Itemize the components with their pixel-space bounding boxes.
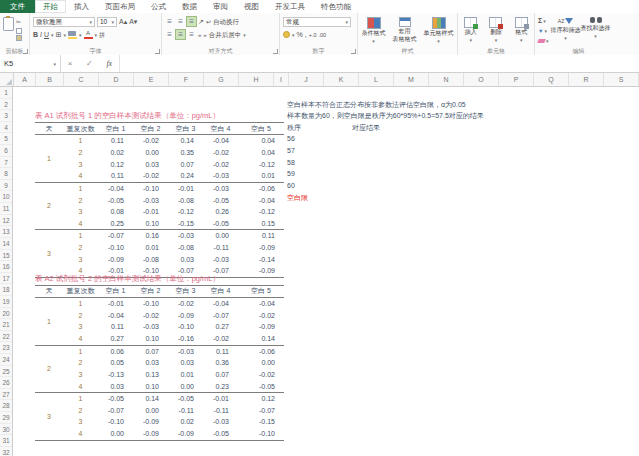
table-header-cell[interactable]: 空白 2 xyxy=(133,122,168,135)
row-header-32[interactable]: 32 xyxy=(0,447,12,456)
sort-filter-button[interactable]: AZ 排序和筛选 ▾ xyxy=(551,15,581,47)
blank-value-cell[interactable]: 0.14 xyxy=(168,135,203,147)
blank-value-cell[interactable]: -0.03 xyxy=(203,416,238,428)
shrink-font-icon[interactable]: A▾ xyxy=(129,17,137,27)
blank-value-cell[interactable]: -0.03 xyxy=(133,195,168,207)
blank-value-cell[interactable]: -0.06 xyxy=(238,345,284,357)
table-header-cell[interactable]: 空白 5 xyxy=(238,122,284,135)
row-header-26[interactable]: 26 xyxy=(0,377,12,389)
rank-cell[interactable]: 58 xyxy=(287,157,295,169)
column-header-Q[interactable]: Q xyxy=(534,73,569,86)
blank-value-cell[interactable]: -0.05 xyxy=(203,195,238,207)
formula-input[interactable] xyxy=(120,55,639,72)
row-header-25[interactable]: 25 xyxy=(0,366,12,378)
row-header-30[interactable]: 30 xyxy=(0,424,12,436)
blank-value-cell[interactable]: -0.01 xyxy=(203,393,238,405)
column-header-M[interactable]: M xyxy=(394,73,429,86)
repeat-count-cell[interactable]: 2 xyxy=(63,310,98,322)
accounting-format-icon[interactable] xyxy=(283,31,290,38)
repeat-count-cell[interactable]: 1 xyxy=(63,393,98,405)
rank-cell[interactable]: 56 xyxy=(287,133,295,145)
row-header-15[interactable]: 15 xyxy=(0,250,12,262)
day-cell[interactable]: 1 xyxy=(35,298,63,346)
column-header-E[interactable]: E xyxy=(134,73,169,86)
align-left-icon[interactable]: ≡ xyxy=(165,30,174,39)
row-header-12[interactable]: 12 xyxy=(0,215,12,227)
blank-value-cell[interactable]: 0.00 xyxy=(168,381,203,393)
confirm-icon[interactable]: ✓ xyxy=(86,59,93,68)
column-header-K[interactable]: K xyxy=(324,73,359,86)
font-size-select[interactable]: 10▾ xyxy=(97,17,117,27)
blank-value-cell[interactable]: 0.07 xyxy=(168,159,203,171)
row-header-29[interactable]: 29 xyxy=(0,412,12,424)
blank-value-cell[interactable]: 0.12 xyxy=(98,159,133,171)
blank-value-cell[interactable]: 0.04 xyxy=(238,147,284,159)
blank-value-cell[interactable]: 0.10 xyxy=(133,218,168,230)
autosum-icon[interactable]: Σ xyxy=(538,16,542,26)
row-header-10[interactable]: 10 xyxy=(0,191,12,203)
fill-icon[interactable]: ▼ xyxy=(538,26,543,36)
repeat-count-cell[interactable]: 3 xyxy=(63,416,98,428)
blank-value-cell[interactable]: -0.08 xyxy=(168,242,203,254)
table-header-cell[interactable]: 空白 3 xyxy=(168,122,203,135)
blank-value-cell[interactable]: 0.01 xyxy=(133,242,168,254)
day-cell[interactable]: 2 xyxy=(35,345,63,393)
fill-color-icon[interactable] xyxy=(68,31,77,39)
align-bottom-icon[interactable]: ≡ xyxy=(187,17,196,26)
blank-value-cell[interactable]: -0.07 xyxy=(98,405,133,417)
row-header-3[interactable]: 3 xyxy=(0,110,12,122)
table-header-cell[interactable]: 重复次数 xyxy=(63,285,98,298)
ribbon-tab-开发工具[interactable]: 开发工具 xyxy=(267,0,313,13)
table-header-cell[interactable]: 天 xyxy=(35,122,63,135)
blank-value-cell[interactable]: -0.02 xyxy=(203,147,238,159)
increase-decimal-icon[interactable]: +.0 xyxy=(309,30,317,40)
ribbon-tab-插入[interactable]: 插入 xyxy=(66,0,97,13)
accounting-dropdown-icon[interactable]: ▾ xyxy=(292,32,295,38)
blank-value-cell[interactable]: 0.05 xyxy=(98,357,133,369)
blank-value-cell[interactable]: 0.27 xyxy=(203,321,238,333)
blank-value-cell[interactable]: -0.12 xyxy=(168,206,203,218)
decrease-decimal-icon[interactable]: .00 xyxy=(319,30,327,40)
blank-value-cell[interactable]: 0.24 xyxy=(168,170,203,182)
day-cell[interactable]: 3 xyxy=(35,393,63,441)
align-middle-icon[interactable]: ≡ xyxy=(176,17,185,26)
blank-value-cell[interactable]: -0.15 xyxy=(168,218,203,230)
blank-value-cell[interactable]: -0.13 xyxy=(98,369,133,381)
blank-value-cell[interactable]: -0.12 xyxy=(238,159,284,171)
blank-value-cell[interactable]: -0.03 xyxy=(168,230,203,242)
blank-value-cell[interactable]: -0.03 xyxy=(168,345,203,357)
blank-value-cell[interactable]: 0.07 xyxy=(133,345,168,357)
format-painter-icon[interactable] xyxy=(16,35,22,41)
repeat-count-cell[interactable]: 1 xyxy=(63,298,98,310)
blank-value-cell[interactable]: 0.02 xyxy=(98,147,133,159)
font-name-select[interactable]: 微软雅黑▾ xyxy=(33,17,95,27)
blank-value-cell[interactable]: -0.03 xyxy=(203,170,238,182)
repeat-count-cell[interactable]: 1 xyxy=(63,230,98,242)
blank-value-cell[interactable]: -0.04 xyxy=(98,182,133,194)
repeat-count-cell[interactable]: 1 xyxy=(63,345,98,357)
format-as-table-button[interactable]: 套用 表格格式 xyxy=(393,16,417,48)
blank-value-cell[interactable]: -0.07 xyxy=(203,310,238,322)
alignment-dialog-launcher[interactable] xyxy=(273,49,278,54)
cell-styles-button[interactable]: 单元格样式 ▾ xyxy=(424,16,454,48)
repeat-count-cell[interactable]: 2 xyxy=(63,147,98,159)
blank-value-cell[interactable]: 0.01 xyxy=(238,170,284,182)
find-select-button[interactable]: 查找和选择 ▾ xyxy=(581,15,611,47)
blank-value-cell[interactable]: -0.10 xyxy=(133,182,168,194)
rank-header-cell[interactable]: 秩序 xyxy=(287,122,301,134)
rank-cell[interactable]: 59 xyxy=(287,168,295,180)
blank-value-cell[interactable]: -0.09 xyxy=(238,242,284,254)
repeat-count-cell[interactable]: 2 xyxy=(63,405,98,417)
blank-value-cell[interactable]: -0.15 xyxy=(238,416,284,428)
column-header-O[interactable]: O xyxy=(464,73,499,86)
blank-value-cell[interactable]: -0.09 xyxy=(168,428,203,440)
blank-value-cell[interactable]: 0.03 xyxy=(98,381,133,393)
row-header-2[interactable]: 2 xyxy=(0,99,12,111)
repeat-count-cell[interactable]: 1 xyxy=(63,135,98,147)
blank-value-cell[interactable]: -0.10 xyxy=(168,321,203,333)
row-header-14[interactable]: 14 xyxy=(0,238,12,250)
blank-value-cell[interactable]: -0.02 xyxy=(168,298,203,310)
blank-value-cell[interactable]: 0.11 xyxy=(98,135,133,147)
clipboard-dialog-launcher[interactable] xyxy=(23,49,28,54)
name-box-dropdown-icon[interactable]: ▾ xyxy=(53,61,56,67)
